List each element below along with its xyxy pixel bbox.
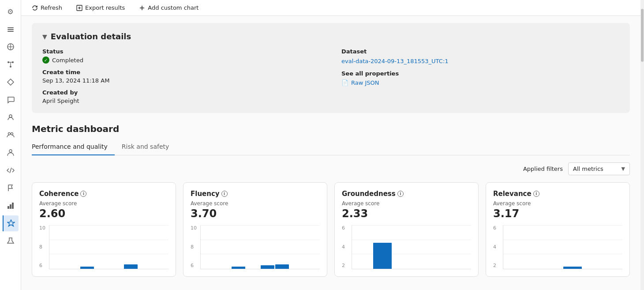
scale-icon[interactable] — [3, 39, 19, 55]
chart-icon[interactable] — [3, 198, 19, 214]
groundedness-chart: 6 4 2 — [342, 225, 471, 269]
fluency-name: Fluency — [191, 190, 220, 198]
fluency-y-mid: 8 — [191, 244, 197, 250]
tab-performance[interactable]: Performance and quality — [32, 139, 115, 155]
created-by-value: April Speight — [42, 98, 320, 104]
flag-icon[interactable] — [3, 180, 19, 196]
svg-rect-2 — [7, 31, 14, 32]
coherence-chart: 10 8 6 — [39, 225, 168, 269]
metric-dashboard: Metric dashboard Performance and quality… — [32, 124, 630, 277]
coherence-y-mid: 8 — [39, 244, 45, 250]
eval-active-icon[interactable] — [3, 215, 19, 231]
coherence-card: Coherence i Average score 2.60 10 8 6 — [32, 182, 176, 277]
layers-icon[interactable] — [3, 21, 19, 37]
export-icon — [76, 5, 82, 11]
chat-icon[interactable] — [3, 92, 19, 108]
status-label: Status — [42, 48, 320, 55]
fluency-info-icon[interactable]: i — [221, 191, 228, 197]
tab-risk[interactable]: Risk and safety — [115, 139, 176, 155]
filter-dropdown[interactable]: All metrics ▼ — [568, 162, 630, 175]
raw-json-link[interactable]: Raw JSON — [351, 79, 379, 86]
relevance-y-low: 2 — [493, 263, 496, 268]
svg-line-16 — [10, 168, 11, 173]
fluency-card: Fluency i Average score 3.70 10 8 6 — [183, 182, 327, 277]
dataset-link[interactable]: eval-data-2024-09-13_181553_UTC:1 — [341, 58, 449, 64]
filter-value: All metrics — [573, 166, 603, 172]
dataset-label: Dataset — [341, 48, 619, 55]
add-chart-label: Add custom chart — [148, 4, 198, 11]
groundedness-avg-label: Average score — [342, 200, 471, 207]
coherence-info-icon[interactable]: i — [80, 191, 86, 197]
eval-title: Evaluation details — [51, 32, 131, 41]
groundedness-y-mid: 4 — [342, 244, 345, 250]
relevance-name: Relevance — [493, 190, 532, 198]
fluency-y-max: 10 — [191, 225, 197, 231]
coherence-name: Coherence — [39, 190, 79, 198]
metric-tabs: Performance and quality Risk and safety — [32, 139, 630, 155]
create-time-value: Sep 13, 2024 11:18 AM — [42, 77, 320, 84]
group-icon[interactable] — [3, 127, 19, 143]
svg-point-15 — [9, 150, 12, 152]
file-icon: 📄 — [341, 79, 348, 86]
add-chart-button[interactable]: Add custom chart — [135, 3, 202, 13]
fluency-avg-label: Average score — [191, 200, 320, 207]
svg-rect-1 — [7, 29, 14, 30]
refresh-icon — [32, 5, 38, 11]
code-icon[interactable] — [3, 162, 19, 178]
groundedness-avg-value: 2.33 — [342, 207, 471, 220]
groundedness-y-low: 2 — [342, 263, 345, 268]
person-icon[interactable] — [3, 109, 19, 125]
export-label: Export results — [85, 4, 125, 11]
diamond-icon[interactable] — [3, 74, 19, 90]
refresh-label: Refresh — [41, 4, 62, 11]
filters-label: Applied filters — [523, 166, 563, 172]
export-button[interactable]: Export results — [73, 3, 128, 13]
main-content: Refresh Export results Add custom chart … — [21, 0, 640, 290]
coherence-avg-value: 2.60 — [39, 207, 168, 220]
relevance-y-mid: 4 — [493, 244, 496, 250]
status-completed-icon: ✓ — [42, 56, 49, 64]
eval-grid: Status ✓ Completed Create time Sep 13, 2… — [42, 48, 619, 104]
svg-rect-0 — [7, 27, 14, 28]
status-value: Completed — [52, 57, 83, 64]
svg-rect-17 — [7, 206, 9, 209]
refresh-button[interactable]: Refresh — [28, 3, 66, 13]
toolbar: Refresh Export results Add custom chart — [21, 0, 640, 16]
relevance-avg-label: Average score — [493, 200, 622, 207]
groundedness-info-icon[interactable]: i — [397, 191, 404, 197]
raw-json-row: 📄 Raw JSON — [341, 79, 619, 86]
coherence-y-low: 6 — [39, 263, 45, 268]
eval-header: ▼ Evaluation details — [42, 32, 619, 41]
svg-point-13 — [8, 133, 10, 135]
see-all-label: See all properties — [341, 70, 619, 77]
status-row: ✓ Completed — [42, 56, 320, 64]
fluency-chart: 10 8 6 — [191, 225, 320, 269]
scrollbar[interactable] — [640, 0, 644, 290]
collapse-chevron-icon[interactable]: ▼ — [42, 33, 47, 40]
gear-icon[interactable]: ⚙ — [3, 4, 19, 19]
flask-icon[interactable] — [3, 233, 19, 249]
plus-icon[interactable] — [3, 56, 19, 72]
sidebar: ⚙ — [0, 0, 21, 290]
groundedness-name: Groundedness — [342, 190, 396, 198]
svg-point-12 — [9, 115, 12, 117]
created-by-label: Created by — [42, 89, 320, 96]
create-time-label: Create time — [42, 69, 320, 75]
fluency-y-low: 6 — [191, 263, 197, 268]
coherence-y-max: 10 — [39, 225, 45, 231]
chevron-down-icon: ▼ — [622, 166, 625, 172]
svg-rect-18 — [10, 204, 11, 209]
relevance-info-icon[interactable]: i — [533, 191, 539, 197]
person2-icon[interactable] — [3, 145, 19, 161]
groundedness-y-max: 6 — [342, 225, 345, 231]
svg-point-14 — [11, 133, 13, 135]
groundedness-card: Groundedness i Average score 2.33 6 4 2 — [334, 182, 479, 277]
coherence-avg-label: Average score — [39, 200, 168, 207]
metric-dashboard-title: Metric dashboard — [32, 124, 630, 134]
fluency-avg-value: 3.70 — [191, 207, 320, 220]
svg-marker-11 — [7, 79, 14, 85]
evaluation-details-card: ▼ Evaluation details Status ✓ Completed … — [32, 23, 630, 113]
relevance-chart: 6 4 2 — [493, 225, 622, 269]
metric-cards-grid: Coherence i Average score 2.60 10 8 6 — [32, 182, 630, 277]
relevance-card: Relevance i Average score 3.17 6 4 2 — [486, 182, 630, 277]
